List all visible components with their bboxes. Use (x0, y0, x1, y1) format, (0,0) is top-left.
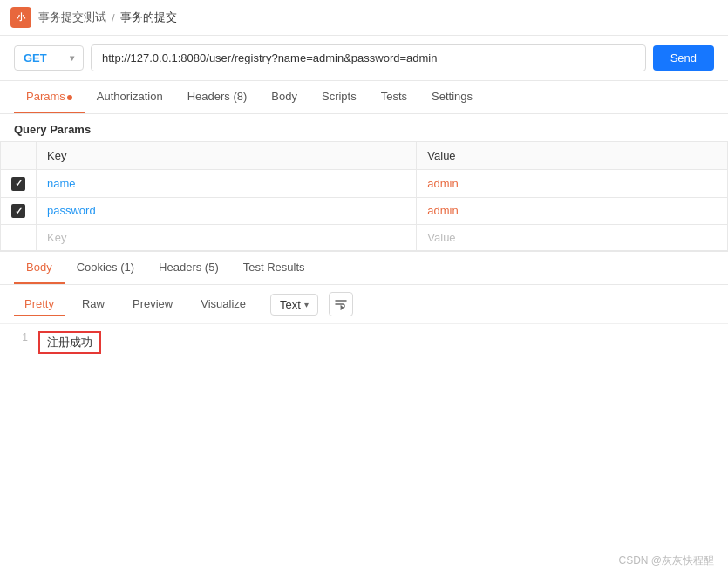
type-label: Text (280, 298, 301, 311)
query-params-title: Query Params (0, 114, 728, 141)
query-params-section: Query Params Key Value name admin passwo (0, 114, 728, 251)
wrap-icon[interactable] (329, 292, 353, 316)
response-body: 1 注册成功 (0, 324, 728, 377)
breadcrumb-separator: / (112, 11, 115, 24)
row1-checkbox[interactable] (11, 177, 25, 191)
empty-key[interactable]: Key (37, 225, 417, 251)
response-tabs: Body Cookies (1) Headers (5) Test Result… (0, 252, 728, 285)
line-number: 1 (7, 331, 28, 343)
format-tab-raw[interactable]: Raw (71, 293, 115, 316)
app-logo: 小 (10, 7, 31, 28)
method-chevron-icon: ▾ (70, 53, 74, 63)
params-dot-indicator (67, 95, 72, 100)
response-area: Body Cookies (1) Headers (5) Test Result… (0, 251, 728, 377)
row2-key[interactable]: password (37, 197, 417, 225)
breadcrumb: 事务提交测试 / 事务的提交 (38, 10, 177, 25)
table-row: password admin (1, 197, 728, 225)
row2-checkbox-cell[interactable] (1, 197, 37, 225)
response-content: 注册成功 (38, 331, 101, 354)
tab-authorization[interactable]: Authorization (85, 81, 175, 113)
request-tabs: Params Authorization Headers (8) Body Sc… (0, 81, 728, 114)
table-row-empty: Key Value (1, 225, 728, 251)
response-tab-cookies[interactable]: Cookies (1) (65, 252, 146, 284)
url-bar: GET ▾ Send (0, 36, 728, 81)
col-checkbox (1, 142, 37, 170)
response-tab-body[interactable]: Body (14, 252, 65, 284)
format-tab-preview[interactable]: Preview (122, 293, 183, 316)
type-chevron-icon: ▾ (304, 300, 309, 309)
empty-value[interactable]: Value (417, 225, 728, 251)
tab-scripts[interactable]: Scripts (310, 81, 369, 113)
watermark: CSDN @灰灰快程醒 (618, 553, 714, 568)
row2-value[interactable]: admin (417, 197, 728, 225)
tab-settings[interactable]: Settings (419, 81, 485, 113)
table-row: name admin (1, 170, 728, 198)
word-wrap-icon (334, 297, 348, 311)
empty-checkbox-cell (1, 225, 37, 251)
row1-value[interactable]: admin (417, 170, 728, 198)
tab-headers[interactable]: Headers (8) (175, 81, 260, 113)
type-selector[interactable]: Text ▾ (270, 294, 318, 316)
breadcrumb-parent: 事务提交测试 (38, 10, 106, 25)
response-tab-headers[interactable]: Headers (5) (146, 252, 231, 284)
response-line-1: 1 注册成功 (0, 329, 728, 356)
row1-key[interactable]: name (37, 170, 417, 198)
params-table: Key Value name admin password admin (0, 141, 728, 251)
response-tab-test-results[interactable]: Test Results (231, 252, 317, 284)
method-selector[interactable]: GET ▾ (14, 45, 84, 71)
tab-tests[interactable]: Tests (369, 81, 419, 113)
breadcrumb-current: 事务的提交 (120, 10, 177, 25)
method-label: GET (24, 51, 47, 64)
row2-checkbox[interactable] (11, 204, 25, 218)
tab-body[interactable]: Body (259, 81, 310, 113)
format-row: Pretty Raw Preview Visualize Text ▾ (0, 285, 728, 324)
tab-params[interactable]: Params (14, 81, 85, 113)
format-tab-pretty[interactable]: Pretty (14, 293, 65, 316)
send-button[interactable]: Send (653, 45, 714, 71)
top-bar: 小 事务提交测试 / 事务的提交 (0, 0, 728, 36)
row1-checkbox-cell[interactable] (1, 170, 37, 198)
col-key-header: Key (37, 142, 417, 170)
col-value-header: Value (417, 142, 728, 170)
format-tab-visualize[interactable]: Visualize (190, 293, 256, 316)
url-input[interactable] (91, 44, 646, 71)
